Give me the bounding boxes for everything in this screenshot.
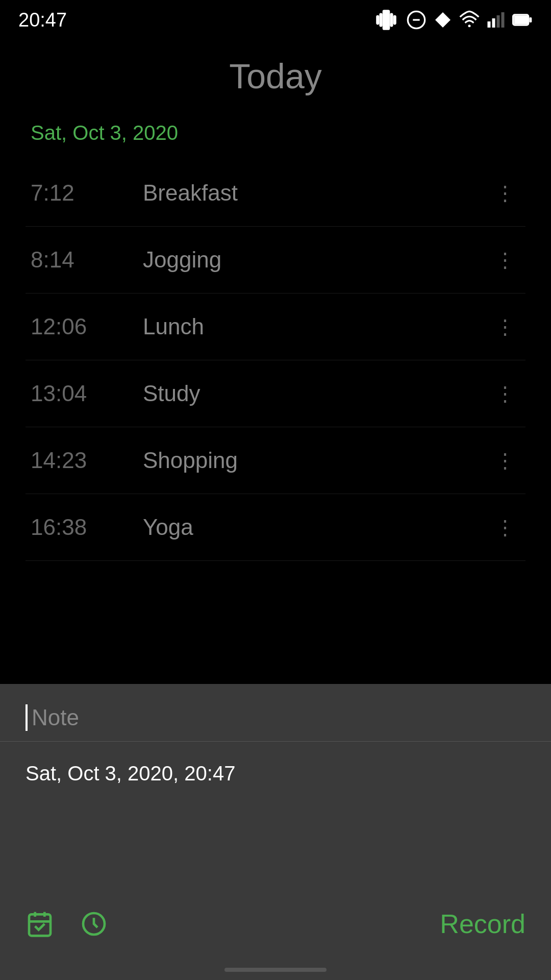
activity-name-3: Study — [143, 381, 201, 406]
status-icons — [373, 7, 533, 33]
timestamp-text: Sat, Oct 3, 2020, 20:47 — [26, 762, 235, 785]
bottom-panel: Sat, Oct 3, 2020, 20:47 Record — [0, 684, 551, 980]
activity-name-2: Lunch — [143, 314, 204, 339]
list-item: 13:04 Study ⋮ — [26, 360, 525, 427]
more-menu-icon-5[interactable]: ⋮ — [490, 510, 520, 544]
svg-rect-0 — [383, 10, 390, 30]
assistant-icon — [434, 11, 452, 29]
activity-time-4: 14:23 — [31, 448, 112, 473]
activity-left-0: 7:12 Breakfast — [31, 180, 238, 206]
activity-time-3: 13:04 — [31, 381, 112, 406]
activity-left-3: 13:04 Study — [31, 381, 201, 406]
status-bar: 20:47 — [0, 0, 551, 36]
svg-point-8 — [468, 24, 471, 27]
list-item: 8:14 Jogging ⋮ — [26, 227, 525, 293]
more-menu-icon-2[interactable]: ⋮ — [490, 310, 520, 344]
svg-rect-15 — [529, 17, 532, 22]
bottom-actions: Record — [0, 909, 551, 939]
note-input-area[interactable] — [0, 684, 551, 742]
more-menu-icon-4[interactable]: ⋮ — [490, 444, 520, 477]
svg-rect-14 — [514, 16, 528, 24]
svg-marker-7 — [435, 12, 450, 28]
activity-name-4: Shopping — [143, 448, 238, 473]
home-indicator — [224, 968, 327, 972]
svg-rect-3 — [377, 16, 379, 24]
page-title: Today — [26, 36, 525, 121]
list-item: 7:12 Breakfast ⋮ — [26, 160, 525, 227]
vibrate-icon — [373, 7, 399, 33]
svg-rect-9 — [488, 21, 491, 28]
activity-left-2: 12:06 Lunch — [31, 314, 204, 339]
activity-name-5: Yoga — [143, 514, 193, 540]
list-item: 12:06 Lunch ⋮ — [26, 293, 525, 360]
activity-time-0: 7:12 — [31, 180, 112, 206]
calendar-check-icon[interactable] — [26, 910, 54, 938]
wifi-icon — [459, 10, 480, 30]
main-content: Today Sat, Oct 3, 2020 7:12 Breakfast ⋮ … — [0, 36, 551, 561]
activity-left-4: 14:23 Shopping — [31, 448, 238, 473]
activity-left-5: 16:38 Yoga — [31, 514, 193, 540]
svg-rect-4 — [394, 16, 396, 24]
more-menu-icon-3[interactable]: ⋮ — [490, 377, 520, 410]
activity-time-2: 12:06 — [31, 314, 112, 339]
signal-icon — [487, 11, 505, 29]
record-button[interactable]: Record — [440, 909, 525, 939]
timestamp-area: Sat, Oct 3, 2020, 20:47 — [0, 742, 551, 805]
activity-time-1: 8:14 — [31, 247, 112, 273]
svg-rect-2 — [390, 14, 392, 27]
status-time: 20:47 — [18, 9, 67, 31]
list-item: 14:23 Shopping ⋮ — [26, 427, 525, 494]
bottom-left-icons — [26, 910, 108, 938]
note-input[interactable] — [32, 705, 525, 730]
activity-name-0: Breakfast — [143, 180, 238, 206]
svg-rect-12 — [502, 12, 505, 28]
activity-list: 7:12 Breakfast ⋮ 8:14 Jogging ⋮ 12:06 Lu… — [26, 160, 525, 561]
svg-rect-16 — [29, 914, 51, 936]
activity-name-1: Jogging — [143, 247, 221, 273]
dnd-icon — [406, 10, 427, 30]
more-menu-icon-0[interactable]: ⋮ — [490, 176, 520, 210]
svg-rect-11 — [497, 15, 500, 28]
svg-rect-1 — [380, 14, 382, 27]
date-header: Sat, Oct 3, 2020 — [26, 121, 525, 144]
clock-icon[interactable] — [80, 910, 108, 938]
battery-icon — [512, 10, 533, 30]
list-item: 16:38 Yoga ⋮ — [26, 494, 525, 561]
svg-rect-10 — [492, 18, 495, 28]
activity-time-5: 16:38 — [31, 514, 112, 540]
text-cursor — [26, 704, 28, 731]
more-menu-icon-1[interactable]: ⋮ — [490, 243, 520, 277]
activity-left-1: 8:14 Jogging — [31, 247, 221, 273]
